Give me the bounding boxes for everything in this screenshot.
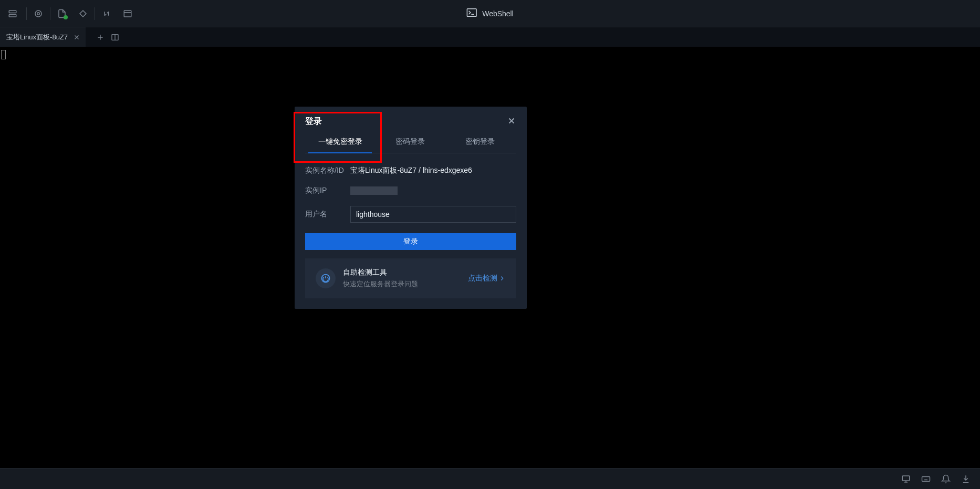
- app-title-text: WebShell: [482, 9, 514, 18]
- tab-actions: [96, 33, 119, 41]
- target-icon[interactable]: [28, 0, 49, 27]
- keyboard-icon[interactable]: [921, 474, 931, 484]
- instance-row: 实例名称/ID 宝塔Linux面板-8uZ7 / lhins-edxgexe6: [305, 166, 516, 175]
- top-toolbar: WebShell: [0, 0, 980, 27]
- display-icon[interactable]: [901, 474, 911, 484]
- login-modal: 登录 一键免密登录 密码登录 密钥登录 实例名称/ID 宝塔Linux面板-8u…: [295, 107, 527, 309]
- username-row: 用户名: [305, 206, 516, 223]
- modal-tabs: 一键免密登录 密码登录 密钥登录: [305, 137, 516, 153]
- self-check-text: 自助检测工具 快速定位服务器登录问题: [343, 268, 461, 289]
- download-icon[interactable]: [961, 474, 971, 484]
- close-icon[interactable]: [507, 116, 516, 128]
- self-check-card: 自助检测工具 快速定位服务器登录问题 点击检测: [305, 258, 516, 298]
- layout-icon[interactable]: [117, 0, 138, 27]
- terminal-cursor: [1, 50, 6, 59]
- modal-header: 登录: [295, 107, 527, 128]
- tab-key-login[interactable]: 密钥登录: [445, 137, 515, 153]
- tab-passwordless-login[interactable]: 一键免密登录: [305, 137, 375, 153]
- tab-label: 宝塔Linux面板-8uZ7: [6, 33, 68, 42]
- tab-item[interactable]: 宝塔Linux面板-8uZ7: [0, 27, 86, 47]
- chevron-right-icon: [498, 275, 506, 282]
- modal-title: 登录: [305, 116, 322, 127]
- new-file-icon[interactable]: [51, 0, 72, 27]
- close-icon[interactable]: [73, 34, 80, 41]
- svg-rect-8: [902, 476, 910, 481]
- self-check-title: 自助检测工具: [343, 268, 461, 277]
- svg-point-3: [37, 12, 40, 15]
- username-label: 用户名: [305, 210, 350, 219]
- ip-label: 实例IP: [305, 186, 350, 195]
- toolbar-divider: [95, 7, 95, 20]
- self-check-link[interactable]: 点击检测: [468, 274, 506, 283]
- modal-body: 实例名称/ID 宝塔Linux面板-8uZ7 / lhins-edxgexe6 …: [295, 153, 527, 309]
- self-check-subtitle: 快速定位服务器登录问题: [343, 279, 461, 289]
- app-title: WebShell: [466, 8, 514, 18]
- split-view-icon[interactable]: [111, 33, 119, 41]
- bell-icon[interactable]: [941, 474, 951, 484]
- svg-point-2: [35, 11, 41, 17]
- svg-rect-4: [124, 11, 131, 17]
- svg-rect-0: [9, 11, 16, 13]
- svg-rect-5: [467, 9, 476, 16]
- tag-icon[interactable]: [72, 0, 93, 27]
- terminal-icon: [466, 8, 477, 18]
- toolbar-divider: [50, 7, 50, 20]
- instance-value: 宝塔Linux面板-8uZ7 / lhins-edxgexe6: [350, 166, 472, 175]
- toolbar-divider: [26, 7, 27, 20]
- tab-bar: 宝塔Linux面板-8uZ7: [0, 27, 980, 47]
- ip-row: 实例IP: [305, 186, 516, 195]
- power-icon: [316, 268, 336, 288]
- tab-password-login[interactable]: 密码登录: [375, 137, 445, 153]
- server-list-icon[interactable]: [0, 0, 25, 27]
- username-input[interactable]: [350, 206, 516, 223]
- svg-rect-1: [9, 14, 16, 17]
- instance-label: 实例名称/ID: [305, 166, 350, 175]
- login-button[interactable]: 登录: [305, 233, 516, 250]
- status-bar: [0, 468, 980, 489]
- toolbar-left-group: [0, 0, 138, 27]
- add-tab-icon[interactable]: [96, 33, 105, 41]
- ip-value-redacted: [350, 186, 398, 195]
- transfer-icon[interactable]: [96, 0, 117, 27]
- svg-rect-9: [922, 476, 930, 481]
